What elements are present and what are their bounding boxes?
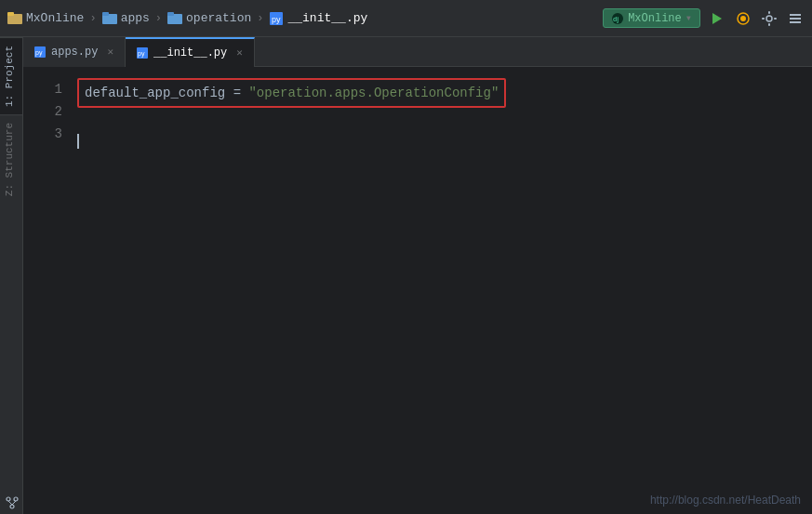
- svg-rect-15: [768, 23, 770, 26]
- svg-marker-10: [712, 13, 722, 24]
- svg-point-23: [10, 505, 14, 508]
- tab-apps[interactable]: py apps.py ✕: [23, 37, 126, 67]
- svg-point-12: [740, 16, 746, 21]
- breadcrumb-sep-2: ›: [155, 12, 162, 25]
- branch-icon: [5, 495, 20, 510]
- breadcrumb-item-init[interactable]: py __init__.py: [269, 11, 367, 26]
- toolbar-right: dj MxOnline ▾: [603, 8, 805, 28]
- more-button[interactable]: [786, 9, 805, 28]
- breadcrumb-init-label: __init__.py: [287, 11, 367, 25]
- breadcrumb-sep-1: ›: [89, 12, 96, 25]
- root-folder-icon: [7, 12, 22, 24]
- dropdown-chevron: ▾: [686, 11, 692, 25]
- line-number-2: 2: [31, 100, 62, 123]
- svg-text:py: py: [138, 50, 145, 58]
- svg-rect-19: [790, 18, 801, 20]
- code-line-2: [77, 108, 805, 130]
- svg-line-25: [12, 501, 16, 505]
- code-line-3: [77, 130, 805, 152]
- tab-apps-close[interactable]: ✕: [107, 46, 113, 58]
- left-sidebar: 1: Project Z: Structure: [0, 37, 23, 514]
- django-badge[interactable]: dj MxOnline ▾: [603, 8, 700, 28]
- svg-rect-20: [790, 21, 801, 23]
- svg-point-21: [7, 497, 10, 501]
- code-line-1: default_app_config = "operation.apps.Ope…: [77, 78, 805, 108]
- svg-rect-5: [167, 12, 174, 16]
- python-file-icon: py: [269, 11, 284, 26]
- tab-init-label: __init__.py: [153, 46, 227, 59]
- breadcrumb-apps-label: apps: [121, 11, 150, 25]
- breadcrumb: MxOnline › apps › operation › py: [7, 11, 367, 26]
- svg-point-22: [14, 497, 18, 501]
- settings-button[interactable]: [760, 9, 779, 28]
- operation-folder-icon: [167, 12, 182, 24]
- tab-bar: py apps.py ✕ py __init__.py ✕: [23, 37, 812, 67]
- run-button[interactable]: [708, 9, 726, 28]
- tab-init-close[interactable]: ✕: [236, 46, 243, 59]
- gear-icon: [762, 11, 777, 26]
- svg-rect-14: [768, 11, 770, 14]
- debug-icon: [736, 11, 751, 26]
- svg-rect-1: [7, 12, 14, 16]
- run-icon: [710, 11, 725, 26]
- breadcrumb-item-mxonline[interactable]: MxOnline: [7, 11, 84, 25]
- code-var-default-app-config: default_app_config: [85, 86, 225, 100]
- line-numbers: 1 2 3: [23, 74, 70, 507]
- debug-button[interactable]: [734, 9, 752, 28]
- tab-init[interactable]: py __init__.py ✕: [126, 37, 255, 67]
- cursor: [77, 134, 79, 149]
- breadcrumb-bar: MxOnline › apps › operation › py: [0, 0, 812, 37]
- svg-rect-3: [102, 12, 109, 16]
- django-label: MxOnline: [628, 12, 682, 25]
- tab-apps-py-icon: py: [34, 46, 46, 58]
- svg-rect-18: [790, 14, 801, 16]
- django-icon: dj: [611, 12, 624, 25]
- apps-folder-icon: [102, 12, 117, 24]
- svg-point-13: [766, 16, 772, 21]
- line-number-1: 1: [31, 78, 62, 100]
- breadcrumb-item-operation[interactable]: operation: [167, 11, 251, 25]
- breadcrumb-sep-3: ›: [257, 12, 263, 25]
- hamburger-icon: [788, 11, 803, 26]
- line-number-3: 3: [31, 123, 62, 145]
- svg-text:dj: dj: [613, 16, 619, 23]
- svg-line-24: [8, 501, 12, 505]
- breadcrumb-operation-label: operation: [186, 11, 251, 25]
- tab-apps-label: apps.py: [51, 46, 98, 59]
- code-op-equals: =: [225, 86, 248, 100]
- svg-rect-17: [774, 18, 777, 20]
- code-content[interactable]: default_app_config = "operation.apps.Ope…: [70, 74, 812, 507]
- breadcrumb-item-apps[interactable]: apps: [102, 11, 150, 25]
- svg-text:py: py: [272, 15, 281, 24]
- sidebar-bottom-icon[interactable]: [0, 491, 23, 514]
- tab-init-py-icon: py: [137, 47, 148, 59]
- breadcrumb-mxonline-label: MxOnline: [26, 11, 84, 25]
- highlighted-code: default_app_config = "operation.apps.Ope…: [77, 78, 506, 108]
- svg-text:py: py: [35, 49, 43, 57]
- main-area: py apps.py ✕ py __init__.py ✕ 1 2 3 defa…: [23, 37, 812, 514]
- code-editor[interactable]: 1 2 3 default_app_config = "operation.ap…: [23, 67, 812, 514]
- code-str-value: "operation.apps.OperationConfig": [248, 86, 499, 100]
- svg-rect-16: [762, 18, 765, 20]
- watermark: http://blog.csdn.net/HeatDeath: [650, 494, 801, 507]
- sidebar-tab-project[interactable]: 1: Project: [0, 37, 22, 114]
- sidebar-tab-zstructure[interactable]: Z: Structure: [0, 114, 22, 204]
